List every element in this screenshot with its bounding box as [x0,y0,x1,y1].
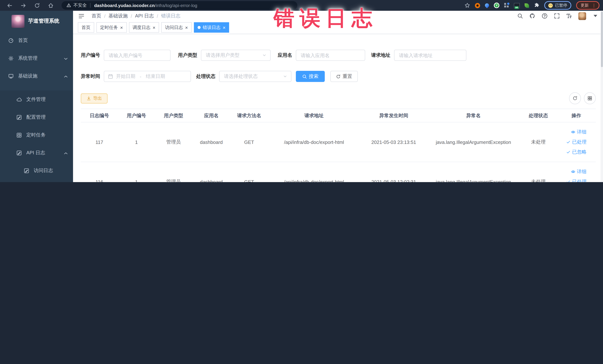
active-tab-dot [197,26,201,29]
refresh-button[interactable] [569,92,581,104]
tab-首页[interactable]: 首页 [78,22,94,33]
scrollbar-thumb[interactable] [601,12,603,67]
action-ignored-link[interactable]: 已忽略 [566,149,587,155]
action-detail-link[interactable]: 详细 [571,168,587,175]
calendar-icon [108,74,113,79]
table-cell: /api/infra/db-doc/export-html [268,122,360,162]
back-icon[interactable] [7,2,13,8]
user-id-label: 用户编号 [81,52,100,59]
action-label: 已处理 [572,139,587,145]
user-avatar[interactable] [578,12,586,20]
search-button[interactable]: 搜索 [296,71,325,82]
table-cell: 2021-05-03 12:02:31 [360,162,427,182]
tab-close-icon[interactable]: × [152,25,155,30]
process-status-select[interactable]: 请选择处理状态 [219,71,291,82]
extension-grid-icon[interactable] [504,3,509,8]
address-bar[interactable]: 不安全 dashboard.yudao.iocoder.cn/infra/log… [61,1,297,10]
tab-调度日志[interactable]: 调度日志× [129,22,159,33]
action-processed-link[interactable]: 已处理 [566,139,587,145]
sidebar-toggle-icon[interactable] [78,13,84,19]
logo-image [12,15,24,28]
tab-close-icon[interactable]: × [120,25,123,30]
column-header: 异常名 [427,109,520,122]
action-detail-link[interactable]: 详细 [571,129,587,135]
extension-shield-icon[interactable] [484,2,490,8]
extensions-puzzle-icon[interactable] [534,3,539,8]
request-url-input[interactable] [394,50,466,61]
sidebar-item-5[interactable]: 定时任务 [0,126,73,144]
tab-close-icon[interactable]: × [185,25,188,30]
sidebar-item-label: 定时任务 [26,132,46,138]
sidebar-menu: 首页系统管理基础设施文件管理配置管理定时任务API 日志访问日志错误日志MySQ… [0,32,73,182]
export-button-label: 导出 [93,95,102,101]
github-icon[interactable] [529,13,535,19]
column-settings-button[interactable] [584,92,596,104]
sidebar-item-7[interactable]: 访问日志 [0,162,73,179]
breadcrumb-item-1[interactable]: 基础设施 [108,13,128,19]
profile-paused-badge[interactable]: 已暂停 [544,1,571,10]
extension-on-badge-icon[interactable]: on [514,3,520,8]
sidebar-item-3[interactable]: 文件管理 [0,91,73,108]
app-name-input[interactable] [296,50,365,61]
security-label[interactable]: 不安全 [73,2,87,9]
browser-menu-icon[interactable] [592,3,596,8]
font-size-icon[interactable] [566,13,572,19]
action-processed-link[interactable]: 已处理 [566,178,587,182]
not-secure-icon[interactable] [66,3,71,8]
grid-icon [587,96,592,101]
breadcrumb-item-0[interactable]: 首页 [92,13,101,19]
browser-update-button[interactable]: 更新 [576,1,600,10]
home-icon[interactable] [48,2,54,8]
process-status-label: 处理状态 [196,73,215,80]
reload-icon[interactable] [34,2,40,8]
action-label: 已忽略 [572,149,587,155]
sidebar-logo[interactable]: 芋道管理系统 [0,11,73,32]
search-icon[interactable] [517,13,523,19]
url-separator [90,3,91,8]
sidebar: 芋道管理系统 首页系统管理基础设施文件管理配置管理定时任务API 日志访问日志错… [0,11,73,182]
sidebar-item-label: 首页 [18,37,28,44]
column-header: 操作 [557,109,596,122]
extension-orange-icon[interactable] [475,3,480,8]
tab-定时任务[interactable]: 定时任务× [96,22,127,33]
tab-label: 错误日志 [203,24,220,31]
tab-错误日志[interactable]: 错误日志× [194,22,229,33]
sidebar-item-0[interactable]: 首页 [0,32,73,49]
screen: 不安全 dashboard.yudao.iocoder.cn/infra/log… [0,0,603,182]
chevron-down-icon [283,74,287,79]
sidebar-item-6[interactable]: API 日志 [0,144,73,162]
extension-leaf-icon[interactable] [525,3,529,8]
error-log-table: 日志编号用户编号用户类型应用名请求方法名请求地址异常发生时间异常名处理状态操作 … [81,109,596,182]
filter-row-1: 用户编号 用户类型 请选择用户类型 应用名 请求地址 [81,49,603,61]
refresh-icon [572,96,578,101]
update-label: 更新 [580,3,589,8]
forward-icon[interactable] [20,2,26,8]
sidebar-item-8[interactable]: 错误日志 [0,179,73,182]
table-cell: 1 [118,162,155,182]
column-header: 请求地址 [268,109,360,122]
sidebar-item-4[interactable]: 配置管理 [0,108,73,126]
exception-time-range-picker[interactable]: 开始日期 - 结束日期 [104,71,191,82]
sidebar-item-2[interactable]: 基础设施 [0,67,73,85]
sidebar-item-1[interactable]: 系统管理 [0,49,73,67]
help-icon[interactable] [542,13,548,19]
bookmark-star-icon[interactable] [464,3,470,8]
user-type-select[interactable]: 请选择用户类型 [201,50,271,61]
logo-title: 芋道管理系统 [28,18,59,24]
extension-green-icon[interactable]: V [494,3,499,8]
user-id-input[interactable] [104,50,171,61]
page-scrollbar[interactable] [601,11,603,182]
export-button[interactable]: 导出 [81,93,107,103]
search-icon [302,74,307,79]
reset-button[interactable]: 重置 [330,71,358,82]
check-icon [566,150,570,154]
column-header: 处理状态 [520,109,557,122]
tab-访问日志[interactable]: 访问日志× [161,22,191,33]
fullscreen-icon[interactable] [554,13,560,19]
sidebar-item-label: 系统管理 [18,55,37,61]
breadcrumb-item-2[interactable]: API 日志 [135,13,154,19]
avatar-caret-icon[interactable] [592,13,598,19]
tab-close-icon[interactable]: × [223,25,226,30]
chevron-up-icon [63,74,69,79]
tags-view-bar: 首页定时任务×调度日志×访问日志×错误日志× [73,21,603,34]
